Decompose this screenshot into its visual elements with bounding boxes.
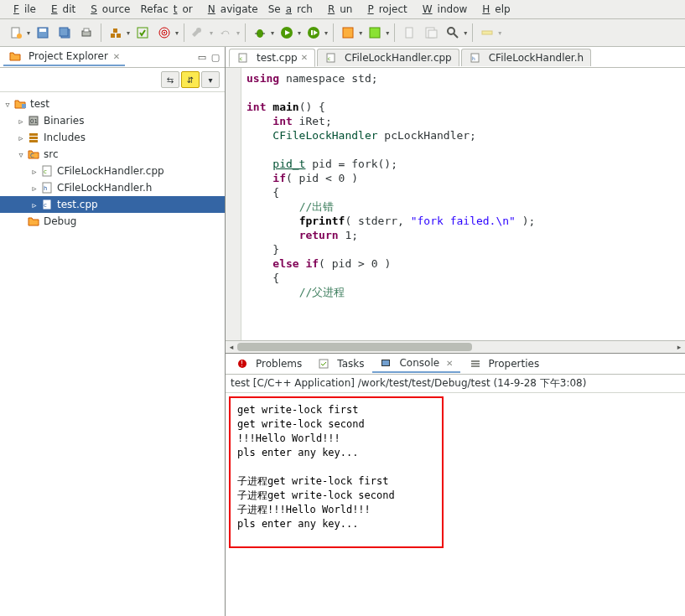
- svg-point-15: [257, 29, 263, 38]
- menu-project[interactable]: Project: [357, 2, 412, 17]
- svg-rect-52: [471, 365, 480, 367]
- svg-text:C: C: [30, 153, 34, 159]
- tree-node-debug[interactable]: ▹Debug: [0, 213, 225, 230]
- save-button[interactable]: [34, 23, 52, 42]
- tree-label: Binaries: [44, 115, 84, 127]
- horizontal-scrollbar[interactable]: ◂▸: [226, 340, 685, 353]
- search-button[interactable]: [444, 23, 462, 42]
- svg-rect-51: [471, 363, 480, 365]
- cpp-file-icon: c: [324, 51, 338, 65]
- menu-file[interactable]: FFileile: [3, 2, 41, 17]
- console-highlight-box: get write-lock first get write-lock seco…: [229, 396, 444, 548]
- view-controls: ▭ ▢: [196, 52, 221, 63]
- svg-point-1: [17, 34, 22, 39]
- debug-folder-icon: [27, 215, 40, 228]
- tab-tasks[interactable]: Tasks: [310, 355, 371, 372]
- svg-rect-20: [311, 30, 313, 35]
- new-button[interactable]: [7, 23, 25, 42]
- menu-source[interactable]: Source: [80, 2, 135, 17]
- code-content[interactable]: using namespace std; int main() { int iR…: [241, 68, 685, 353]
- debug-button[interactable]: [251, 23, 269, 42]
- workspace: Project Explorer ✕ ▭ ▢ ⇆ ⇵ ▾ ▿test ▹01Bi…: [0, 47, 685, 616]
- maximize-icon[interactable]: ▢: [210, 52, 221, 63]
- code-editor[interactable]: using namespace std; int main() { int iR…: [226, 68, 685, 354]
- tree-node-includes[interactable]: ▹Includes: [0, 129, 225, 146]
- project-explorer-label: Project Explorer: [29, 50, 108, 62]
- includes-icon: [27, 131, 40, 144]
- tab-label: Tasks: [337, 358, 364, 370]
- tree-node-project[interactable]: ▿test: [0, 96, 225, 112]
- cpp-file-icon: c: [236, 51, 250, 65]
- binaries-icon: 01: [27, 114, 40, 127]
- editor-tab-cfile-h[interactable]: hCFileLockHandler.h: [461, 49, 591, 66]
- open-call-button[interactable]: [422, 23, 440, 42]
- h-file-icon: h: [469, 51, 482, 65]
- tree-node-binaries[interactable]: ▹01Binaries: [0, 112, 225, 129]
- run-button[interactable]: [278, 23, 296, 42]
- project-explorer-tab[interactable]: Project Explorer ✕: [3, 48, 125, 66]
- menu-window[interactable]: Window: [413, 2, 473, 17]
- tasks-icon: [317, 357, 330, 370]
- problems-icon: !: [236, 357, 249, 370]
- tree-label: CFileLockHandler.cpp: [57, 165, 164, 177]
- toggle-mark-button[interactable]: [478, 23, 496, 42]
- new-cpp-button[interactable]: [339, 23, 357, 42]
- menu-refactor[interactable]: Refactor: [135, 2, 197, 17]
- tree-node-test-cpp[interactable]: ▹ctest.cpp: [0, 196, 225, 213]
- console-icon: [379, 356, 392, 370]
- tree-node-src[interactable]: ▿Csrc: [0, 146, 225, 163]
- tab-properties[interactable]: Properties: [462, 355, 547, 372]
- editor-area: ctest.cpp✕ cCFileLockHandler.cpp hCFileL…: [226, 47, 685, 616]
- tab-label: Console: [399, 357, 439, 369]
- editor-tabs: ctest.cpp✕ cCFileLockHandler.cpp hCFileL…: [226, 47, 685, 68]
- tree-node-cfile-cpp[interactable]: ▹cCFileLockHandler.cpp: [0, 163, 225, 179]
- wrench-button[interactable]: [189, 23, 208, 42]
- svg-text:c: c: [44, 168, 47, 175]
- svg-point-14: [163, 32, 165, 34]
- tree-label: test.cpp: [57, 199, 98, 210]
- console-output[interactable]: get write-lock first get write-lock seco…: [226, 393, 685, 616]
- menu-help[interactable]: Help: [472, 2, 515, 17]
- undo-button[interactable]: [216, 23, 235, 42]
- menu-run[interactable]: Run: [318, 2, 358, 17]
- open-type-button[interactable]: [400, 23, 418, 42]
- run-last-button[interactable]: [304, 23, 323, 42]
- close-icon[interactable]: ✕: [113, 52, 120, 61]
- close-icon[interactable]: ✕: [301, 53, 308, 62]
- svg-rect-9: [117, 34, 121, 38]
- print-button[interactable]: [77, 23, 96, 42]
- collapse-all-button[interactable]: ⇆: [161, 71, 179, 88]
- link-editor-button[interactable]: ⇵: [181, 71, 200, 88]
- editor-tab-test-cpp[interactable]: ctest.cpp✕: [229, 49, 315, 67]
- tab-label: CFileLockHandler.h: [489, 52, 584, 64]
- view-tabbar: Project Explorer ✕ ▭ ▢: [0, 47, 225, 68]
- build-target-button[interactable]: [155, 23, 174, 42]
- svg-text:h: h: [472, 55, 475, 61]
- menu-navigate[interactable]: Navigate: [198, 2, 263, 17]
- close-icon[interactable]: ✕: [446, 359, 453, 368]
- save-all-button[interactable]: [55, 23, 74, 42]
- src-folder-icon: C: [27, 148, 40, 161]
- svg-text:01: 01: [30, 118, 38, 125]
- svg-rect-8: [111, 34, 115, 38]
- project-tree[interactable]: ▿test ▹01Binaries ▹Includes ▿Csrc ▹cCFil…: [0, 92, 225, 616]
- editor-tab-cfile-cpp[interactable]: cCFileLockHandler.cpp: [317, 49, 459, 66]
- tree-node-cfile-h[interactable]: ▹hCFileLockHandler.h: [0, 179, 225, 196]
- svg-rect-7: [84, 28, 89, 32]
- build-button[interactable]: [106, 23, 125, 42]
- view-menu-button[interactable]: ▾: [201, 71, 220, 88]
- minimize-icon[interactable]: ▭: [196, 52, 208, 63]
- svg-line-27: [454, 34, 458, 38]
- build-all-button[interactable]: [133, 23, 152, 42]
- new-header-button[interactable]: [366, 23, 384, 42]
- svg-rect-23: [406, 28, 413, 38]
- tab-console[interactable]: Console✕: [372, 355, 459, 373]
- menu-edit[interactable]: Edit: [41, 2, 80, 17]
- menu-search[interactable]: Search: [263, 2, 318, 17]
- editor-gutter: [226, 68, 241, 353]
- tab-problems[interactable]: !Problems: [229, 355, 309, 372]
- svg-text:c: c: [240, 55, 242, 61]
- svg-rect-28: [482, 31, 492, 34]
- svg-rect-3: [39, 28, 46, 32]
- tree-label: Debug: [44, 215, 76, 227]
